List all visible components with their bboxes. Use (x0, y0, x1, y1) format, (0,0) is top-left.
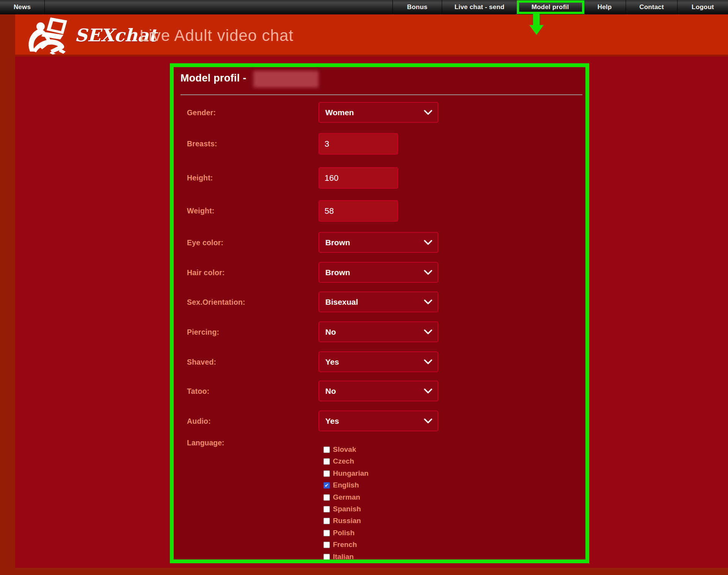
height-label: Height: (187, 167, 213, 189)
site-tagline: Live Adult video chat (140, 27, 293, 45)
language-option-french[interactable]: French (323, 540, 357, 549)
german-checkbox-label: German (333, 493, 360, 501)
audio-label: Audio: (187, 410, 211, 432)
form-row-breasts: Breasts: (187, 133, 574, 155)
sexchat-logo: SEXchat (21, 17, 135, 55)
form-row-weight: Weight: (187, 200, 574, 222)
form-row-gender: Gender:Women (187, 102, 574, 124)
spanish-checkbox-label: Spanish (333, 505, 361, 513)
form-row-sex-orientation: Sex.Orientation:Bisexual (187, 291, 574, 313)
breasts-input[interactable] (318, 133, 398, 155)
language-option-slovak[interactable]: Slovak (323, 445, 356, 454)
slovak-checkbox[interactable] (323, 447, 330, 453)
nav-item-logout[interactable]: Logout (677, 0, 728, 14)
eye-color-label: Eye color: (187, 232, 223, 254)
gender-selected-value: Women (325, 108, 354, 117)
italian-checkbox-label: Italian (333, 553, 354, 561)
hair-color-label: Hair color: (187, 262, 225, 284)
piercing-selected-value: No (325, 327, 336, 337)
slovak-checkbox-label: Slovak (333, 445, 356, 454)
breasts-label: Breasts: (187, 133, 217, 155)
top-navbar: News Bonus Live chat - send Model profil… (0, 0, 728, 14)
nav-item-live-chat-send[interactable]: Live chat - send (442, 0, 517, 14)
language-option-russian[interactable]: Russian (323, 516, 361, 525)
hungarian-checkbox[interactable] (323, 470, 330, 477)
nav-item-model-profil[interactable]: Model profil (517, 0, 583, 14)
eye-color-selected-value: Brown (325, 238, 350, 247)
hair-color-select[interactable]: Brown (318, 262, 438, 283)
chevron-down-icon (424, 299, 432, 304)
chevron-down-icon (424, 329, 432, 334)
chevron-down-icon (424, 110, 432, 115)
nav-item-help[interactable]: Help (583, 0, 626, 14)
chevron-down-icon (424, 359, 432, 364)
model-name-redacted (253, 71, 318, 88)
italian-checkbox[interactable] (323, 554, 330, 560)
audio-selected-value: Yes (325, 417, 339, 426)
form-row-eye-color: Eye color:Brown (187, 232, 574, 254)
chevron-down-icon (424, 270, 432, 275)
hungarian-checkbox-label: Hungarian (333, 469, 369, 478)
language-label: Language: (187, 439, 224, 447)
czech-checkbox-label: Czech (333, 457, 354, 465)
piercing-label: Piercing: (187, 321, 219, 343)
form-row-piercing: Piercing:No (187, 321, 574, 343)
language-option-spanish[interactable]: Spanish (323, 504, 361, 514)
hair-color-selected-value: Brown (325, 268, 350, 277)
title-divider (180, 94, 582, 95)
russian-checkbox-label: Russian (333, 517, 361, 525)
sex-orientation-select[interactable]: Bisexual (318, 291, 438, 312)
tatoo-select[interactable]: No (318, 381, 438, 401)
polish-checkbox-label: Polish (333, 529, 355, 537)
language-option-polish[interactable]: Polish (323, 528, 355, 537)
language-option-hungarian[interactable]: Hungarian (323, 469, 369, 478)
czech-checkbox[interactable] (323, 458, 330, 465)
french-checkbox-label: French (333, 541, 357, 549)
english-checkbox[interactable]: ✔ (323, 482, 330, 489)
german-checkbox[interactable] (323, 494, 330, 501)
eye-color-select[interactable]: Brown (318, 232, 438, 253)
form-row-height: Height: (187, 167, 574, 189)
russian-checkbox[interactable] (323, 518, 330, 524)
form-row-shaved: Shaved:Yes (187, 351, 574, 373)
gender-select[interactable]: Women (318, 102, 438, 123)
nav-item-bonus[interactable]: Bonus (392, 0, 442, 14)
sex-orientation-label: Sex.Orientation: (187, 291, 245, 313)
spanish-checkbox[interactable] (323, 506, 330, 512)
english-checkbox-label: English (333, 481, 359, 489)
audio-select[interactable]: Yes (318, 410, 438, 431)
nav-item-contact[interactable]: Contact (626, 0, 677, 14)
language-option-italian[interactable]: Italian (323, 552, 354, 561)
shaved-select[interactable]: Yes (318, 351, 438, 372)
language-option-czech[interactable]: Czech (323, 457, 354, 466)
tatoo-label: Tatoo: (187, 381, 209, 402)
chevron-down-icon (424, 418, 432, 423)
height-input[interactable] (318, 167, 398, 189)
form-row-audio: Audio:Yes (187, 410, 574, 432)
nav-item-news[interactable]: News (0, 0, 45, 14)
page: News Bonus Live chat - send Model profil… (0, 0, 728, 575)
form-title: Model profil - (180, 72, 246, 84)
gender-label: Gender: (187, 102, 216, 124)
language-option-german[interactable]: German (323, 493, 360, 502)
language-option-english[interactable]: ✔English (323, 481, 359, 490)
chevron-down-icon (424, 240, 432, 245)
shaved-label: Shaved: (187, 351, 216, 373)
weight-input[interactable] (318, 200, 398, 222)
site-header: SEXchat Live Adult video chat (15, 14, 728, 56)
shaved-selected-value: Yes (325, 357, 339, 367)
tatoo-selected-value: No (325, 387, 336, 396)
chevron-down-icon (424, 389, 432, 393)
form-row-hair-color: Hair color:Brown (187, 262, 574, 284)
model-profile-form: Model profil - Gender:WomenBreasts:Heigh… (174, 67, 585, 559)
sex-orientation-selected-value: Bisexual (325, 298, 358, 307)
check-icon: ✔ (325, 483, 329, 488)
french-checkbox[interactable] (323, 542, 330, 548)
weight-label: Weight: (187, 200, 215, 222)
form-row-tatoo: Tatoo:No (187, 381, 574, 402)
polish-checkbox[interactable] (323, 530, 330, 536)
piercing-select[interactable]: No (318, 321, 438, 342)
